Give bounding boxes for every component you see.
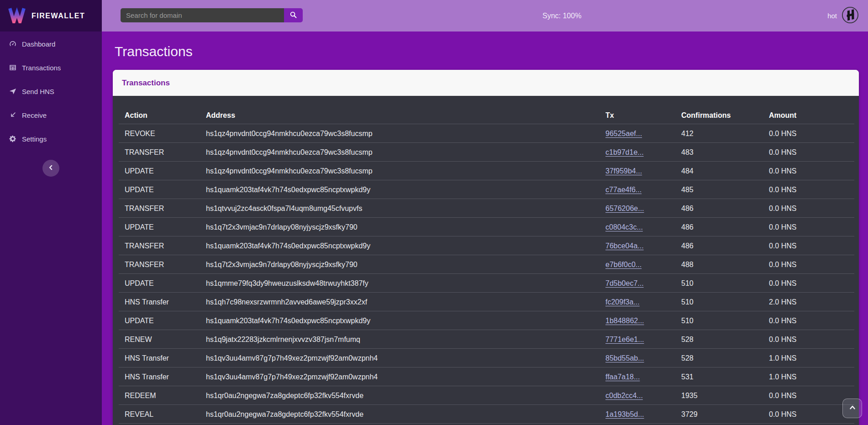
cell-amount: 0.0 HNS: [769, 167, 859, 175]
cell-confirmations: 1935: [681, 392, 769, 400]
cell-action: REDEEM: [125, 392, 206, 400]
cell-confirmations: 510: [681, 298, 769, 306]
cell-address: hs1qz4pnvdnt0ccg94nmkhcu0ezca79wc3s8fucs…: [206, 130, 605, 138]
tx-link[interactable]: 96525aef...: [605, 130, 642, 137]
cell-address: hs1qh7c98nexsrzwrmnh2avved6awe59jzpr3xx2…: [206, 298, 605, 306]
table-row: UPDATEhs1qz4pnvdnt0ccg94nmkhcu0ezca79wc3…: [113, 162, 859, 180]
tx-link[interactable]: 1b848862...: [605, 317, 644, 325]
cell-confirmations: 484: [681, 167, 769, 175]
cell-address: hs1qz4pnvdnt0ccg94nmkhcu0ezca79wc3s8fucs…: [206, 167, 605, 175]
sidebar-item-receive[interactable]: Receive: [0, 103, 102, 127]
cell-confirmations: 3729: [681, 410, 769, 419]
cell-confirmations: 510: [681, 317, 769, 325]
table-icon: [8, 63, 17, 72]
cell-address: hs1quamk203taf4vk7h74s0edxpwc85ncptxwpkd…: [206, 242, 605, 250]
cell-confirmations: 531: [681, 373, 769, 381]
cell-action: HNS Transfer: [125, 373, 206, 381]
cell-action: TRANSFER: [125, 148, 206, 157]
cell-address: hs1q7t2x3vmjac9n7drlapy08nyjyscjz9xsfky7…: [206, 261, 605, 269]
sidebar-item-dashboard[interactable]: Dashboard: [0, 32, 102, 56]
sidebar-item-settings[interactable]: Settings: [0, 127, 102, 151]
tx-link[interactable]: fc209f3a...: [605, 298, 640, 306]
cell-amount: 0.0 HNS: [769, 148, 859, 157]
tx-link[interactable]: c77ae4f6...: [605, 186, 642, 194]
sidebar-item-send-hns[interactable]: Send HNS: [0, 79, 102, 103]
handshake-icon[interactable]: [842, 6, 859, 26]
table-row: TRANSFERhs1qz4pnvdnt0ccg94nmkhcu0ezca79w…: [113, 143, 859, 162]
cell-address: hs1qv3uu4amv87g7p7h49xez2pmzwjf92am0wzpn…: [206, 373, 605, 381]
cell-action: UPDATE: [125, 279, 206, 288]
sync-status: Sync: 100%: [542, 0, 581, 31]
cell-amount: 0.0 HNS: [769, 279, 859, 288]
tx-link[interactable]: 37f959b4...: [605, 167, 642, 175]
table-row: HNS Transferhs1qv3uu4amv87g7p7h49xez2pmz…: [113, 349, 859, 367]
sidebar-collapse-button[interactable]: [42, 160, 59, 177]
cell-confirmations: 486: [681, 223, 769, 231]
tx-link[interactable]: 85bd55ab...: [605, 354, 644, 362]
wallet-cluster: hot: [827, 0, 859, 31]
tx-link[interactable]: 7d5b0ec7...: [605, 279, 644, 287]
table-row: HNS Transferhs1qv3uu4amv87g7p7h49xez2pmz…: [113, 367, 859, 386]
cell-amount: 1.0 HNS: [769, 373, 859, 381]
tx-link[interactable]: c1b97d1e...: [605, 148, 644, 156]
sidebar-item-transactions[interactable]: Transactions: [0, 56, 102, 79]
search-button[interactable]: [284, 8, 303, 22]
sidebar-item-label: Dashboard: [22, 40, 55, 48]
cell-action: RENEW: [125, 336, 206, 344]
column-header: Confirmations: [681, 111, 769, 120]
cell-amount: 1.0 HNS: [769, 354, 859, 362]
search-icon: [289, 11, 297, 20]
cell-address: hs1qr0au2ngegwa7za8gdeptc6fp32fkv554fxrv…: [206, 392, 605, 400]
cell-amount: 2.0 HNS: [769, 298, 859, 306]
receive-icon: [8, 111, 17, 120]
tx-link[interactable]: e7b6f0c0...: [605, 261, 642, 268]
cell-action: HNS Transfer: [125, 354, 206, 362]
cell-action: REVEAL: [125, 410, 206, 419]
cell-amount: 0.0 HNS: [769, 130, 859, 138]
cell-confirmations: 488: [681, 261, 769, 269]
tx-link[interactable]: 7771e6e1...: [605, 336, 644, 343]
cell-action: UPDATE: [125, 186, 206, 194]
chevron-up-icon: [848, 404, 857, 413]
cell-action: TRANSFER: [125, 242, 206, 250]
domain-search: [121, 8, 303, 22]
table-row: UPDATEhs1quamk203taf4vk7h74s0edxpwc85ncp…: [113, 311, 859, 330]
cell-amount: 0.0 HNS: [769, 317, 859, 325]
wallet-name-label: hot: [827, 12, 837, 20]
table-body: REVOKEhs1qz4pnvdnt0ccg94nmkhcu0ezca79wc3…: [113, 124, 859, 424]
search-input[interactable]: [121, 8, 284, 22]
tx-link[interactable]: 6576206e...: [605, 205, 644, 212]
cell-amount: 0.0 HNS: [769, 261, 859, 269]
brand-name: FIREWALLET: [32, 12, 85, 20]
tx-link[interactable]: ffaa7a18...: [605, 373, 640, 381]
cell-action: REVOKE: [125, 130, 206, 138]
tx-link[interactable]: 76bce04a...: [605, 242, 644, 250]
topbar: Sync: 100% hot: [102, 0, 868, 31]
sidebar-item-label: Transactions: [22, 64, 61, 72]
sidebar-nav: DashboardTransactionsSend HNSReceiveSett…: [0, 31, 102, 151]
table-row: UPDATEhs1qmme79fq3dy9hweuzuslksdw48trwuy…: [113, 274, 859, 293]
column-header: Tx: [605, 111, 681, 120]
brand: FIREWALLET: [0, 0, 102, 31]
cell-address: hs1qtvvuj2zc4asck0fspa7l4uqm8umg45cfvupv…: [206, 205, 605, 213]
cell-address: hs1qz4pnvdnt0ccg94nmkhcu0ezca79wc3s8fucs…: [206, 148, 605, 157]
cell-amount: 0.0 HNS: [769, 242, 859, 250]
cell-confirmations: 483: [681, 148, 769, 157]
table-row: RENEWhs1q9jatx22283jzkcmlrnenjxvvzv387js…: [113, 330, 859, 349]
tx-link[interactable]: c0804c3c...: [605, 223, 643, 231]
gear-icon: [8, 135, 17, 143]
gauge-icon: [8, 40, 17, 48]
sidebar-item-label: Settings: [22, 135, 47, 143]
table-row: HNS Transferhs1qh7c98nexsrzwrmnh2avved6a…: [113, 293, 859, 311]
tx-link[interactable]: 1a193b5d...: [605, 410, 644, 418]
cell-action: UPDATE: [125, 317, 206, 325]
sidebar-item-label: Send HNS: [22, 88, 54, 95]
cell-confirmations: 486: [681, 205, 769, 213]
column-header: Amount: [769, 111, 859, 120]
cell-address: hs1qv3uu4amv87g7p7h49xez2pmzwjf92am0wzpn…: [206, 354, 605, 362]
tx-link[interactable]: c0db2cc4...: [605, 392, 643, 399]
table-header: ActionAddressTxConfirmationsAmount: [113, 96, 859, 124]
scroll-to-top-button[interactable]: [842, 399, 862, 418]
cell-amount: 0.0 HNS: [769, 186, 859, 194]
cell-action: UPDATE: [125, 223, 206, 231]
